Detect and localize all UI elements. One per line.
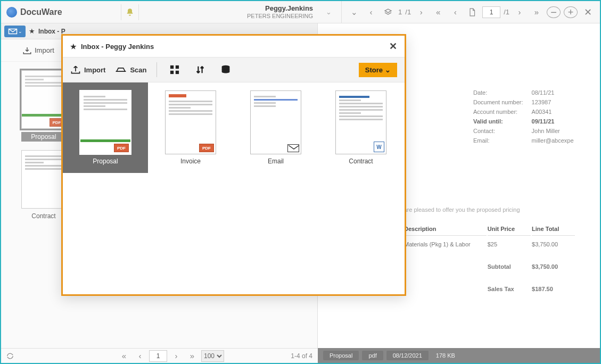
thumb-label: Proposal (21, 132, 67, 142)
pdf-badge-icon: PDF (199, 144, 214, 152)
status-ext: pdf (362, 351, 383, 360)
thumb-label: Email (268, 158, 284, 165)
tray-footer: « ‹ › » 100 1-4 of 4 (1, 348, 318, 363)
prev-page-button[interactable]: ‹ (448, 5, 462, 19)
doc-meta-table: Date:08/11/21 Document number:123987 Acc… (472, 87, 582, 146)
svg-rect-3 (175, 71, 178, 74)
inbox-modal: ★ Inbox - Peggy Jenkins ✕ Import Scan St… (61, 34, 406, 296)
thumb-label: Proposal (93, 158, 118, 165)
app-logo[interactable]: DocuWare (6, 7, 62, 18)
doc-index: 1 (398, 8, 402, 16)
last-page-button[interactable]: » (185, 349, 199, 363)
database-button[interactable] (218, 62, 234, 78)
app-name: DocuWare (20, 7, 62, 17)
import-button[interactable]: Import (22, 46, 54, 55)
refresh-button[interactable] (6, 352, 17, 360)
thumb-label: Contract (349, 158, 373, 165)
page-input[interactable] (482, 6, 500, 18)
svg-rect-2 (170, 71, 173, 74)
close-button[interactable]: ✕ (389, 40, 397, 52)
modal-body: PDF Proposal PDF Invoice Email W (63, 82, 405, 294)
last-page-button[interactable]: » (530, 5, 544, 19)
doc-thumb[interactable]: PDF Proposal (63, 82, 148, 173)
preview-status-bar: Proposal pdf 08/12/2021 178 KB (318, 348, 600, 363)
doc-thumb[interactable]: PDF Invoice (148, 82, 233, 173)
modal-header: ★ Inbox - Peggy Jenkins ✕ (63, 36, 405, 57)
next-page-button[interactable]: › (513, 5, 526, 19)
modal-toolbar: Import Scan Store ⌄ (63, 57, 405, 82)
first-page-button[interactable]: « (117, 349, 131, 363)
mail-badge-icon (287, 144, 299, 152)
doc-thumb[interactable]: W Contract (318, 82, 404, 173)
store-button[interactable]: Store ⌄ (359, 63, 397, 77)
viewer-toolbar: ⌄ ‹ 1/1 › « ‹ /1 › » − + ✕ (341, 1, 595, 23)
user-name: Peggy.Jenkins (247, 5, 313, 12)
svg-rect-1 (175, 65, 178, 69)
tray-icon[interactable]: ⌄ (4, 26, 26, 37)
next-doc-button[interactable]: › (414, 5, 428, 19)
line-items-table: DescriptionUnit PriceLine Total Material… (403, 221, 576, 297)
doc-thumb[interactable]: Email (233, 82, 318, 173)
first-page-button[interactable]: « (431, 5, 445, 19)
thumb-label: Invoice (180, 158, 201, 165)
zoom-in-button[interactable]: + (564, 6, 578, 18)
prev-doc-button[interactable]: ‹ (364, 5, 378, 19)
page-icon (465, 5, 479, 19)
close-viewer-button[interactable]: ✕ (581, 5, 595, 19)
status-size: 178 KB (436, 352, 455, 359)
page-total: /1 (504, 8, 509, 16)
status-name: Proposal (323, 351, 359, 360)
sort-button[interactable] (192, 62, 208, 78)
zoom-out-button[interactable]: − (547, 6, 561, 18)
item-count: 1-4 of 4 (291, 352, 312, 360)
notifications-button[interactable] (121, 4, 139, 20)
pdf-badge-icon: PDF (114, 144, 129, 152)
user-menu[interactable]: Peggy.Jenkins PETERS ENGINEERING (247, 5, 316, 19)
layers-icon[interactable] (381, 5, 395, 19)
thumb-label: Contract (31, 212, 55, 220)
user-org: PETERS ENGINEERING (247, 13, 313, 19)
svg-rect-0 (170, 65, 173, 69)
status-date: 08/12/2021 (386, 351, 429, 360)
list-page-input[interactable] (149, 350, 167, 362)
chevron-down-icon[interactable]: ⌄ (322, 8, 336, 16)
word-badge-icon: W (374, 142, 384, 152)
modal-title: Inbox - Peggy Jenkins (81, 43, 154, 51)
grid-view-button[interactable] (167, 62, 183, 78)
import-button[interactable]: Import (70, 65, 105, 75)
logo-icon (6, 7, 17, 18)
chevron-down-icon[interactable]: ⌄ (347, 5, 361, 19)
star-icon: ★ (70, 43, 77, 51)
doc-total: /1 (405, 8, 411, 16)
top-bar: DocuWare Peggy.Jenkins PETERS ENGINEERIN… (1, 1, 600, 23)
scan-button[interactable]: Scan (115, 66, 146, 74)
prev-page-button[interactable]: ‹ (133, 349, 147, 363)
next-page-button[interactable]: › (169, 349, 183, 363)
chevron-down-icon: ⌄ (385, 66, 391, 74)
page-size-select[interactable]: 100 (201, 350, 224, 362)
star-icon: ★ (29, 27, 35, 35)
